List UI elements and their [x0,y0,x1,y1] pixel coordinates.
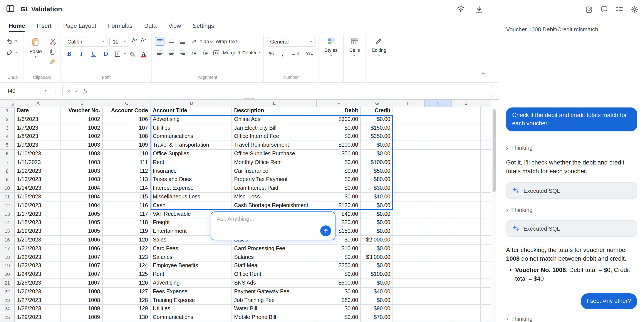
cell[interactable] [393,305,424,314]
cell[interactable]: 1/28/2023 [15,305,61,314]
cell[interactable] [393,288,424,296]
cell[interactable]: 1007 [61,279,103,288]
cell[interactable] [481,115,491,124]
cell[interactable]: $0.00 [361,279,393,288]
cell[interactable]: Interest Expense [150,184,232,193]
confirm-entry-button[interactable]: ✓ [75,88,79,94]
cell[interactable] [481,227,491,236]
cell[interactable] [451,296,481,305]
cell[interactable]: 118 [103,219,150,227]
thinking-toggle[interactable]: › Thinking [506,315,637,322]
cell[interactable]: Advertising [150,279,232,288]
cell[interactable]: $10.00 [361,193,393,202]
cell[interactable]: 1/15/2023 [15,193,61,202]
cell[interactable] [424,279,451,288]
align-bottom-button[interactable] [178,37,187,46]
increase-decimal-button[interactable]: ←.0 [289,49,301,58]
row-number[interactable]: 15 [0,227,15,236]
cell[interactable]: $50.00 [361,167,393,176]
cell[interactable] [393,296,424,305]
cell[interactable]: 123 [103,253,150,262]
cell[interactable]: Salaries [232,253,316,262]
cell[interactable]: Loan Interest Paid [232,184,316,193]
styles-button[interactable]: Styles ▾ [322,37,340,82]
cell[interactable] [424,253,451,262]
cell[interactable]: 1002 [61,115,103,124]
cell[interactable] [481,279,491,288]
cell[interactable]: 1/29/2023 [15,313,61,322]
cell[interactable]: $500.00 [316,279,361,288]
tab-settings[interactable]: Settings [193,18,214,34]
cell[interactable]: $0.00 [361,219,393,227]
cell[interactable]: Utilities [150,305,232,314]
cell[interactable] [481,210,491,219]
tab-insert[interactable]: Insert [37,18,52,34]
tab-formulas[interactable]: Formulas [108,18,132,34]
cell[interactable] [481,219,491,227]
cell[interactable] [481,270,491,279]
row-number[interactable]: 16 [0,236,15,244]
cell[interactable]: Job Training Fee [232,296,316,305]
cell[interactable]: 1/24/2023 [15,270,61,279]
cell[interactable] [393,158,424,167]
cell[interactable]: SNS Ads [232,279,316,288]
cell[interactable]: 1/21/2023 [15,244,61,253]
executed-sql-card[interactable]: Executed SQL [506,220,637,237]
column-header-G[interactable]: G [361,100,393,107]
cell[interactable]: $0.00 [361,150,393,158]
cell[interactable]: $0.00 [316,193,361,202]
cell[interactable] [481,296,491,305]
cell[interactable]: 1003 [61,167,103,176]
cell[interactable]: $10.00 [316,244,361,253]
cell[interactable]: $0.00 [316,184,361,193]
cell[interactable]: 115 [103,193,150,202]
cell[interactable] [393,210,424,219]
cell[interactable]: Property Tax Payment [232,176,316,184]
cell[interactable]: 1003 [61,150,103,158]
cell[interactable]: 1/18/2023 [15,219,61,227]
redo-button[interactable] [5,48,14,57]
cell[interactable]: 1/20/2023 [15,236,61,244]
cell[interactable]: Office Rent [232,270,316,279]
cell[interactable]: 1003 [61,141,103,150]
row-number[interactable]: 12 [0,202,15,210]
cell[interactable]: Cash Shortage Replenishment [232,202,316,210]
cell[interactable] [481,106,491,115]
cell[interactable] [451,270,481,279]
cell[interactable]: $40.00 [361,288,393,296]
cell[interactable]: 1/7/2023 [15,124,61,132]
row-number[interactable]: 5 [0,141,15,150]
cell[interactable]: Office Supplies Purchase [232,150,316,158]
cell[interactable] [451,141,481,150]
cell[interactable]: Employee Benefits [150,262,232,270]
tab-view[interactable]: View [168,18,181,34]
cell[interactable] [451,115,481,124]
cell[interactable]: 1/16/2023 [15,202,61,210]
cell[interactable] [424,219,451,227]
italic-button[interactable]: I [76,49,86,59]
decrease-decimal-button[interactable]: .00→ [303,49,315,58]
cell[interactable] [451,124,481,132]
cell[interactable]: 1/11/2023 [15,158,61,167]
cell[interactable]: $150.00 [361,124,393,132]
cell[interactable]: 1009 [61,313,103,322]
cell[interactable]: Cash [150,202,232,210]
cell[interactable] [424,244,451,253]
align-right-button[interactable] [178,48,187,57]
cell[interactable]: $100.00 [316,141,361,150]
cell[interactable] [424,313,451,322]
row-number[interactable]: 2 [0,115,15,124]
cell[interactable] [481,193,491,202]
cell[interactable]: 120 [103,236,150,244]
cell[interactable]: $100.00 [361,158,393,167]
row-number[interactable]: 17 [0,244,15,253]
wrap-text-button[interactable]: ab [204,37,214,46]
settings-button[interactable] [630,5,639,14]
column-header-B[interactable]: B [61,100,103,107]
column-header-C[interactable]: C [103,100,151,107]
tab-home[interactable]: Home [9,18,25,34]
cell[interactable]: 1/26/2023 [15,288,61,296]
ask-anything-box[interactable] [210,212,336,240]
cell[interactable] [481,262,491,270]
fill-color-button[interactable] [128,50,137,58]
